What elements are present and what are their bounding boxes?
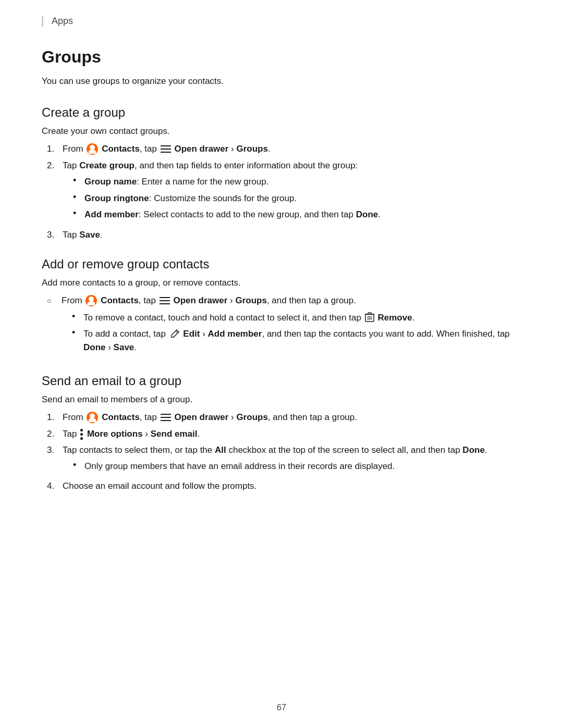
email-step-1-content: From Contacts, tap Open drawer › Groups,… [63,412,521,424]
bullet-add-member-content: Add member: Select contacts to add to th… [84,208,521,221]
more-options-icon [80,429,83,439]
bullet-group-name-content: Group name: Enter a name for the new gro… [84,175,521,189]
section-add-remove: Add or remove group contacts Add more co… [42,257,521,357]
send-email-steps: From Contacts, tap Open drawer › Groups,… [42,412,521,491]
page-number: 67 [0,703,563,712]
circle-item-1: From Contacts, tap Open drawer › Groups,… [47,295,521,357]
intro-text: You can use groups to organize your cont… [42,76,521,87]
bullet-add-contact: To add a contact, tap Edit › Add member,… [72,327,521,354]
section-intro-create: Create your own contact groups. [42,126,521,137]
page-container: Apps Groups You can use groups to organi… [0,0,563,728]
page-title: Groups [42,47,521,67]
bullet-remove-contact: To remove a contact, touch and hold a co… [72,311,521,325]
email-step-3-content: Tap contacts to select them, or tap the … [63,445,521,476]
bullet-group-name: Group name: Enter a name for the new gro… [73,175,521,189]
section-title-create: Create a group [42,105,521,120]
email-step-3: Tap contacts to select them, or tap the … [47,445,521,476]
contacts-icon-2 [85,295,97,306]
circle-item-1-content: From Contacts, tap Open drawer › Groups,… [62,295,521,357]
section-send-email: Send an email to a group Send an email t… [42,374,521,491]
email-step-4-content: Choose an email account and follow the p… [63,481,521,491]
breadcrumb: Apps [42,16,521,27]
svg-rect-2 [368,313,371,314]
hamburger-icon-1 [161,145,171,153]
email-step-2-content: Tap More options › Send email. [63,429,521,440]
pencil-icon [169,329,180,339]
trash-icon [365,312,374,323]
svg-line-6 [176,331,178,333]
contacts-icon-1 [87,143,98,155]
breadcrumb-text: Apps [52,16,73,26]
bullet-group-ringtone-content: Group ringtone: Customize the sounds for… [84,192,521,205]
hamburger-icon-3 [161,414,171,421]
create-step-3: Tap Save. [47,230,521,240]
create-step-2: Tap Create group, and then tap fields to… [47,161,521,225]
create-step-3-content: Tap Save. [63,230,521,240]
create-step-1-content: From Contacts, tap Open drawer › Groups. [63,144,521,155]
bullet-add-member: Add member: Select contacts to add to th… [73,208,521,221]
section-intro-email: Send an email to members of a group. [42,394,521,405]
contacts-icon-3 [87,412,98,423]
create-step-1: From Contacts, tap Open drawer › Groups. [47,144,521,155]
section-intro-addremove: Add more contacts to a group, or remove … [42,278,521,288]
section-title-addremove: Add or remove group contacts [42,257,521,272]
hamburger-icon-2 [160,297,170,304]
bullet-only-members-content: Only group members that have an email ad… [84,460,521,473]
bullet-add-content: To add a contact, tap Edit › Add member,… [83,327,521,354]
create-group-steps: From Contacts, tap Open drawer › Groups.… [42,144,521,240]
bullet-only-members: Only group members that have an email ad… [73,460,521,473]
email-step-2: Tap More options › Send email. [47,429,521,440]
email-step-1: From Contacts, tap Open drawer › Groups,… [47,412,521,424]
create-step-2-content: Tap Create group, and then tap fields to… [63,161,521,225]
bullet-remove-content: To remove a contact, touch and hold a co… [83,311,521,325]
section-title-email: Send an email to a group [42,374,521,388]
section-create-group: Create a group Create your own contact g… [42,105,521,240]
create-step-2-bullets: Group name: Enter a name for the new gro… [63,175,521,221]
addremove-bullets: To remove a contact, touch and hold a co… [62,311,521,354]
email-step-4: Choose an email account and follow the p… [47,481,521,491]
email-step-3-bullets: Only group members that have an email ad… [63,460,521,473]
bullet-group-ringtone: Group ringtone: Customize the sounds for… [73,192,521,205]
addremove-list: From Contacts, tap Open drawer › Groups,… [42,295,521,357]
